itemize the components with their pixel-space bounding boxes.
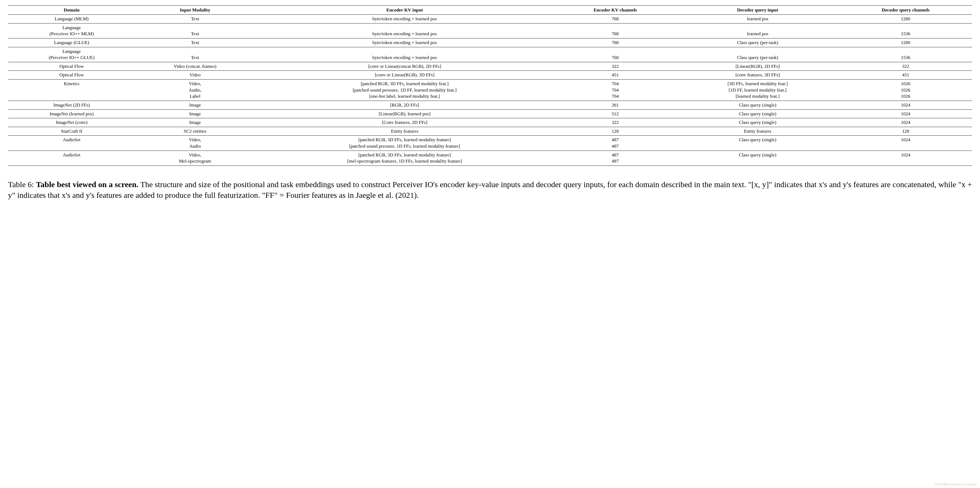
cell-domain: Optical Flow <box>8 62 135 71</box>
cell-line: [1D FF, learned modality feat.] <box>729 87 786 93</box>
cell-input-modality: Image <box>135 100 255 110</box>
cell-line: [learned modality feat.] <box>735 93 780 100</box>
cell-line: 487 <box>612 152 619 158</box>
header-encoder-kv-channels: Encoder KV channels <box>555 6 676 15</box>
cell-domain: AudioSet <box>8 136 135 151</box>
table-row: Optical Flow Video [conv or Linear(RGB),… <box>8 71 972 80</box>
cell-decoder-query-input: Class query (single) <box>676 151 839 166</box>
cell-encoder-kv-channels: 512 <box>555 110 676 118</box>
cell-decoder-query-channels: 1024 <box>839 110 972 118</box>
cell-input-modality: Text <box>135 15 255 24</box>
cell-encoder-kv-input: [conv or Linear(concat RGB), 2D FFs] <box>255 62 555 71</box>
cell-decoder-query-input: Class query (single) <box>676 118 839 127</box>
cell-domain: Language (Perceiver IO++ GLUE) <box>8 47 135 62</box>
header-encoder-kv-input: Encoder KV input <box>255 6 555 15</box>
cell-line: Video, <box>189 81 201 87</box>
cell-decoder-query-input: Entity features <box>676 127 839 136</box>
cell-encoder-kv-input: [RGB, 2D FFs] <box>255 100 555 110</box>
cell-encoder-kv-input: byte/token encoding + learned pos <box>255 15 555 24</box>
table-row: ImageNet (learned pos) Image [Linear(RGB… <box>8 110 972 118</box>
header-decoder-query-channels: Decoder query channels <box>839 6 972 15</box>
cell-encoder-kv-input: byte/token encoding + learned pos <box>255 23 555 38</box>
cell-line: [patched RGB, 3D FFs, learned modality f… <box>361 81 449 87</box>
cell-encoder-kv-input: [conv or Linear(RGB), 3D FFs] <box>255 71 555 80</box>
cell-decoder-query-channels: 1280 <box>839 15 972 24</box>
cell-encoder-kv-channels: 261 <box>555 100 676 110</box>
cell-decoder-query-channels: 451 <box>839 71 972 80</box>
cell-encoder-kv-channels: 704 704 704 <box>555 80 676 101</box>
cell-line: 704 <box>612 93 619 100</box>
cell-encoder-kv-input: Entity features <box>255 127 555 136</box>
cell-input-modality: Text <box>135 38 255 47</box>
cell-decoder-query-input: [Linear(RGB), 2D FFs] <box>676 62 839 71</box>
cell-input-modality: Video, Audio, Label <box>135 80 255 101</box>
cell-decoder-query-channels: 1024 <box>839 100 972 110</box>
cell-line: Audio <box>189 143 201 150</box>
header-domain: Domain <box>8 6 135 15</box>
table-row: Optical Flow Video (concat. frames) [con… <box>8 62 972 71</box>
cell-decoder-query-input: Class query (single) <box>676 100 839 110</box>
cell-encoder-kv-channels: 128 <box>555 127 676 136</box>
cell-line: 487 <box>612 137 619 143</box>
cell-encoder-kv-input: [Linear(RGB), learned pos] <box>255 110 555 118</box>
cell-domain: Language (Perceiver IO++ MLM) <box>8 23 135 38</box>
cell-encoder-kv-input: byte/token encoding + learned pos <box>255 38 555 47</box>
cell-domain: Language (GLUE) <box>8 38 135 47</box>
table-row: Kinetics Video, Audio, Label [patched RG… <box>8 80 972 101</box>
cell-encoder-kv-channels: 487 487 <box>555 136 676 151</box>
table-row: Language (GLUE) Text byte/token encoding… <box>8 38 972 47</box>
cell-decoder-query-channels: 1536 <box>839 47 972 62</box>
table-row: Language (Perceiver IO++ MLM) Text byte/… <box>8 23 972 38</box>
cell-input-modality: Video, Audio <box>135 136 255 151</box>
table-row: AudioSet Video, Mel-spectrogram [patched… <box>8 151 972 166</box>
header-decoder-query-input: Decoder query input <box>676 6 839 15</box>
cell-encoder-kv-channels: 322 <box>555 118 676 127</box>
cell-encoder-kv-channels: 322 <box>555 62 676 71</box>
cell-decoder-query-input: [3D FFs, learned modality feat.] [1D FF,… <box>676 80 839 101</box>
table-container: Domain Input Modality Encoder KV input E… <box>8 5 972 166</box>
cell-line: Video, <box>189 137 201 143</box>
cell-decoder-query-channels: 322 <box>839 62 972 71</box>
cell-line: 704 <box>612 87 619 93</box>
table-row: Language (MLM) Text byte/token encoding … <box>8 15 972 24</box>
table-row: StarCraft II SC2 entities Entity feature… <box>8 127 972 136</box>
cell-domain: ImageNet (2D FFs) <box>8 100 135 110</box>
cell-line: Language <box>62 48 81 55</box>
caption-label: Table 6: <box>8 180 36 189</box>
cell-decoder-query-channels: 1024 <box>839 151 972 166</box>
cell-domain: StarCraft II <box>8 127 135 136</box>
cell-input-modality: Video, Mel-spectrogram <box>135 151 255 166</box>
cell-domain: AudioSet <box>8 151 135 166</box>
cell-encoder-kv-input: [patched RGB, 3D FFs, learned modality f… <box>255 136 555 151</box>
cell-encoder-kv-channels: 768 <box>555 47 676 62</box>
cell-line: (Perceiver IO++ MLM) <box>49 31 94 37</box>
cell-input-modality: Text <box>135 47 255 62</box>
cell-encoder-kv-channels: 487 487 <box>555 151 676 166</box>
cell-line: [patched RGB, 3D FFs, learned modality f… <box>358 152 451 158</box>
header-row: Domain Input Modality Encoder KV input E… <box>8 6 972 15</box>
cell-input-modality: Video <box>135 71 255 80</box>
cell-decoder-query-input: [conv features, 3D FFs] <box>676 71 839 80</box>
table-row: ImageNet (2D FFs) Image [RGB, 2D FFs] 26… <box>8 100 972 110</box>
cell-line: 1026 <box>901 93 910 100</box>
cell-domain: Language (MLM) <box>8 15 135 24</box>
table-caption: Table 6: Table best viewed on a screen. … <box>8 179 972 201</box>
cell-line: Mel-spectrogram <box>179 158 212 164</box>
cell-line: 487 <box>612 158 619 164</box>
cell-line: (Perceiver IO++ GLUE) <box>49 54 94 61</box>
cell-encoder-kv-input: byte/token encoding + learned pos <box>255 47 555 62</box>
cell-line: 704 <box>612 81 619 87</box>
table-row: Language (Perceiver IO++ GLUE) Text byte… <box>8 47 972 62</box>
cell-line: Label <box>190 93 200 100</box>
cell-domain: ImageNet (conv) <box>8 118 135 127</box>
cell-encoder-kv-input: [patched RGB, 3D FFs, learned modality f… <box>255 80 555 101</box>
cell-decoder-query-channels: 1280 <box>839 38 972 47</box>
cell-domain: Kinetics <box>8 80 135 101</box>
cell-domain: Optical Flow <box>8 71 135 80</box>
cell-line: [3D FFs, learned modality feat.] <box>727 81 788 87</box>
header-input-modality: Input Modality <box>135 6 255 15</box>
cell-encoder-kv-channels: 768 <box>555 38 676 47</box>
cell-decoder-query-channels: 1026 1026 1026 <box>839 80 972 101</box>
table-row: ImageNet (conv) Image [Conv features, 2D… <box>8 118 972 127</box>
cell-line: Language <box>62 25 81 31</box>
